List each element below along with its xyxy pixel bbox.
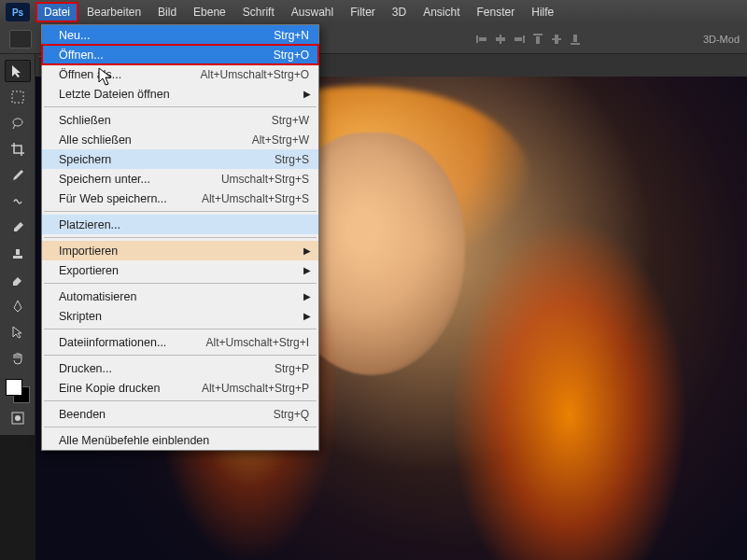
menu-item[interactable]: Importieren▶ xyxy=(42,241,318,260)
menu-fenster[interactable]: Fenster xyxy=(469,2,524,22)
marquee-tool[interactable] xyxy=(5,86,31,108)
menu-bild[interactable]: Bild xyxy=(149,2,185,22)
healing-tool[interactable] xyxy=(5,190,31,213)
align-btn[interactable] xyxy=(473,31,490,48)
menu-item-shortcut: Alt+Umschalt+Strg+S xyxy=(202,192,309,205)
menu-item-label: Letzte Dateien öffnen xyxy=(59,88,309,101)
menu-item-label: Eine Kopie drucken xyxy=(59,382,202,395)
menu-item-label: Schließen xyxy=(59,114,272,127)
menu-item-shortcut: Strg+Q xyxy=(274,408,309,421)
submenu-arrow-icon: ▶ xyxy=(303,89,311,99)
menu-item-shortcut: Alt+Umschalt+Strg+O xyxy=(201,68,309,81)
menu-3d[interactable]: 3D xyxy=(384,2,415,22)
menu-item[interactable]: Öffnen als...Alt+Umschalt+Strg+O xyxy=(42,64,318,84)
menu-item-label: Exportieren xyxy=(59,264,309,277)
menu-item[interactable]: Alle Menübefehle einblenden xyxy=(42,430,318,450)
move-tool[interactable] xyxy=(5,60,31,82)
foreground-color[interactable] xyxy=(6,379,22,396)
svg-rect-14 xyxy=(16,249,20,255)
menu-schrift[interactable]: Schrift xyxy=(234,2,283,22)
crop-tool[interactable] xyxy=(5,138,31,161)
quickmask-toggle[interactable] xyxy=(5,407,31,429)
menu-item[interactable]: Platzieren... xyxy=(42,215,318,234)
menu-item-label: Öffnen... xyxy=(59,49,274,62)
align-btn[interactable] xyxy=(548,31,565,48)
menu-separator xyxy=(44,106,317,107)
3d-mode-label[interactable]: 3D-Mod xyxy=(703,34,740,45)
menu-item-label: Alle schließen xyxy=(59,133,252,147)
menu-item-shortcut: Strg+P xyxy=(275,362,309,375)
menu-item[interactable]: Öffnen...Strg+O xyxy=(42,45,318,64)
align-btn[interactable] xyxy=(511,31,528,48)
svg-rect-11 xyxy=(573,35,577,42)
brush-tool[interactable] xyxy=(5,217,31,239)
menu-item-shortcut: Strg+S xyxy=(275,153,309,166)
svg-rect-6 xyxy=(533,34,543,35)
svg-rect-4 xyxy=(523,35,525,43)
hand-tool[interactable] xyxy=(5,347,31,370)
menu-separator xyxy=(44,427,317,427)
svg-rect-10 xyxy=(571,43,580,45)
menu-item[interactable]: Exportieren▶ xyxy=(42,260,318,280)
submenu-arrow-icon: ▶ xyxy=(303,245,311,256)
svg-rect-15 xyxy=(13,256,22,259)
menu-ebene[interactable]: Ebene xyxy=(185,2,234,22)
align-btn[interactable] xyxy=(492,31,509,48)
menu-filter[interactable]: Filter xyxy=(342,2,384,22)
menu-hilfe[interactable]: Hilfe xyxy=(523,2,562,22)
stamp-tool[interactable] xyxy=(5,243,31,265)
menu-item-label: Speichern unter... xyxy=(59,173,221,186)
align-button-group xyxy=(473,31,584,48)
menu-item-label: Importieren xyxy=(59,245,309,258)
menu-datei[interactable]: Datei xyxy=(35,2,78,22)
svg-rect-1 xyxy=(479,37,486,41)
lasso-tool[interactable] xyxy=(5,112,31,134)
submenu-arrow-icon: ▶ xyxy=(303,265,311,275)
file-menu-dropdown: Neu...Strg+NÖffnen...Strg+OÖffnen als...… xyxy=(41,24,319,451)
menu-item-label: Beenden xyxy=(59,408,274,421)
menu-auswahl[interactable]: Auswahl xyxy=(283,2,342,22)
menu-item-label: Drucken... xyxy=(59,362,275,375)
menu-item[interactable]: Neu...Strg+N xyxy=(42,25,318,45)
menu-item-label: Für Web speichern... xyxy=(59,192,202,205)
svg-rect-0 xyxy=(476,35,478,43)
menu-item[interactable]: SchließenStrg+W xyxy=(42,110,318,130)
svg-rect-5 xyxy=(514,37,522,41)
menu-item[interactable]: Automatisieren▶ xyxy=(42,287,318,306)
svg-point-13 xyxy=(13,119,22,126)
eyedropper-tool[interactable] xyxy=(5,164,31,187)
align-btn[interactable] xyxy=(529,31,546,48)
tools-panel xyxy=(0,54,35,435)
svg-rect-7 xyxy=(536,36,540,44)
menubar: Ps DateiBearbeitenBildEbeneSchriftAuswah… xyxy=(0,0,747,24)
menu-item-shortcut: Strg+W xyxy=(272,114,309,127)
menu-item[interactable]: SpeichernStrg+S xyxy=(42,149,318,169)
menu-ansicht[interactable]: Ansicht xyxy=(415,2,468,22)
menu-separator xyxy=(44,355,317,356)
menu-item-shortcut: Umschalt+Strg+S xyxy=(221,173,309,186)
pointer-tool[interactable] xyxy=(5,321,31,343)
pen-tool[interactable] xyxy=(5,295,31,317)
menu-item[interactable]: Für Web speichern...Alt+Umschalt+Strg+S xyxy=(42,189,318,208)
svg-rect-3 xyxy=(496,37,505,41)
tool-preset-icon[interactable] xyxy=(9,30,32,49)
menu-item-label: Dateiinformationen... xyxy=(59,336,206,349)
menu-item[interactable]: Skripten▶ xyxy=(42,306,318,326)
menu-item[interactable]: Dateiinformationen...Alt+Umschalt+Strg+I xyxy=(42,332,318,352)
menu-item[interactable]: Speichern unter...Umschalt+Strg+S xyxy=(42,169,318,189)
menu-item[interactable]: Alle schließenAlt+Strg+W xyxy=(42,130,318,149)
menu-item[interactable]: Eine Kopie druckenAlt+Umschalt+Strg+P xyxy=(42,378,318,398)
menu-item-label: Platzieren... xyxy=(59,218,309,231)
menu-item[interactable]: Drucken...Strg+P xyxy=(42,358,318,378)
menu-item-shortcut: Strg+O xyxy=(274,49,309,62)
svg-rect-9 xyxy=(555,35,558,44)
align-btn[interactable] xyxy=(567,31,584,48)
submenu-arrow-icon: ▶ xyxy=(303,311,311,321)
menu-separator xyxy=(44,329,317,329)
color-swatch[interactable] xyxy=(6,379,30,403)
menu-item[interactable]: BeendenStrg+Q xyxy=(42,404,318,424)
menu-separator xyxy=(44,237,317,238)
menu-bearbeiten[interactable]: Bearbeiten xyxy=(78,2,149,22)
menu-item[interactable]: Letzte Dateien öffnen▶ xyxy=(42,84,318,104)
eraser-tool[interactable] xyxy=(5,269,31,291)
